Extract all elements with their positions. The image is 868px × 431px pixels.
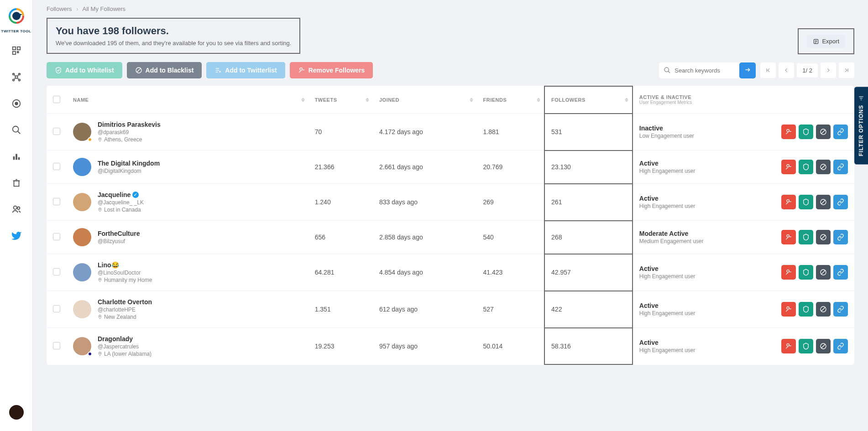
- cell-status: Moderate Active: [639, 230, 769, 237]
- row-remove-button[interactable]: [781, 160, 796, 174]
- cell-engagement: High Engagement user: [639, 168, 769, 174]
- row-whitelist-button[interactable]: [799, 125, 813, 139]
- user-avatar[interactable]: [73, 123, 91, 141]
- svg-point-9: [12, 79, 14, 81]
- user-name[interactable]: Dragonlady: [98, 335, 152, 343]
- svg-point-6: [15, 76, 18, 78]
- row-link-button[interactable]: [833, 160, 848, 174]
- user-avatar[interactable]: [73, 300, 91, 318]
- nav-dashboard[interactable]: [8, 42, 25, 59]
- nav-people[interactable]: [8, 201, 25, 218]
- cell-joined: 957 days ago: [373, 328, 477, 365]
- nav-trash[interactable]: [8, 175, 25, 191]
- user-name[interactable]: Jacqueline✓: [98, 191, 144, 198]
- row-checkbox[interactable]: [53, 128, 60, 135]
- row-link-button[interactable]: [833, 125, 848, 139]
- row-link-button[interactable]: [833, 302, 848, 317]
- svg-point-63: [99, 279, 100, 280]
- user-avatar[interactable]: [73, 263, 91, 281]
- row-checkbox[interactable]: [53, 198, 60, 205]
- svg-point-45: [99, 139, 100, 140]
- row-remove-button[interactable]: [781, 339, 796, 353]
- row-whitelist-button[interactable]: [799, 302, 813, 317]
- add-whitelist-button[interactable]: Add to Whitelist: [47, 62, 122, 78]
- user-avatar[interactable]: [73, 228, 91, 246]
- row-blacklist-button[interactable]: [816, 339, 831, 353]
- user-avatar[interactable]: [73, 337, 91, 355]
- col-friends[interactable]: FRIENDS: [477, 86, 545, 114]
- pager-prev-button[interactable]: [779, 62, 794, 78]
- pager-first-button[interactable]: [760, 62, 776, 78]
- row-blacklist-button[interactable]: [816, 230, 831, 244]
- row-checkbox[interactable]: [53, 305, 60, 312]
- cell-tweets: 656: [309, 221, 373, 254]
- row-remove-button[interactable]: [781, 125, 796, 139]
- row-checkbox[interactable]: [53, 163, 60, 170]
- user-location: LA (lower Alabama): [98, 351, 152, 357]
- row-link-button[interactable]: [833, 195, 848, 209]
- row-remove-button[interactable]: [781, 230, 796, 244]
- svg-rect-21: [18, 157, 20, 160]
- user-name[interactable]: Dimitrios Paraskevis: [98, 121, 161, 128]
- user-avatar[interactable]: [73, 193, 91, 211]
- row-link-button[interactable]: [833, 230, 848, 244]
- remove-followers-button[interactable]: Remove Followers: [290, 62, 373, 78]
- svg-point-59: [787, 235, 789, 237]
- export-button[interactable]: Export: [807, 35, 845, 48]
- nav-target[interactable]: [8, 95, 25, 112]
- user-name[interactable]: Charlotte Overton: [98, 298, 152, 306]
- search-submit-button[interactable]: [739, 62, 756, 78]
- people-icon: [11, 204, 21, 214]
- svg-point-38: [300, 68, 302, 70]
- search-icon: [11, 125, 21, 135]
- add-twitterlist-button[interactable]: Add to Twitterlist: [206, 62, 285, 78]
- svg-point-0: [12, 12, 21, 20]
- col-joined[interactable]: JOINED: [373, 86, 477, 114]
- ban-icon: [820, 234, 827, 241]
- select-all-checkbox[interactable]: [53, 96, 60, 103]
- main-content: Followers › All My Followers You have 19…: [33, 0, 868, 365]
- row-whitelist-button[interactable]: [799, 195, 813, 209]
- svg-line-41: [668, 71, 670, 73]
- row-link-button[interactable]: [833, 265, 848, 280]
- nav-analytics[interactable]: [8, 148, 25, 165]
- user-avatar[interactable]: [73, 158, 91, 176]
- filter-options-tab[interactable]: FILTER OPTIONS: [854, 87, 868, 164]
- svg-line-72: [821, 307, 825, 311]
- row-whitelist-button[interactable]: [799, 230, 813, 244]
- user-name[interactable]: Lino😂: [98, 261, 152, 269]
- row-link-button[interactable]: [833, 339, 848, 353]
- pager-last-button[interactable]: [839, 62, 854, 78]
- row-remove-button[interactable]: [781, 195, 796, 209]
- shield-icon: [802, 198, 810, 206]
- row-whitelist-button[interactable]: [799, 160, 813, 174]
- row-checkbox[interactable]: [53, 342, 60, 349]
- row-whitelist-button[interactable]: [799, 339, 813, 353]
- col-followers[interactable]: FOLLOWERS: [544, 86, 633, 114]
- row-blacklist-button[interactable]: [816, 265, 831, 280]
- user-name[interactable]: FortheCulture: [98, 230, 140, 237]
- pager-next-button[interactable]: [821, 62, 836, 78]
- breadcrumb-root[interactable]: Followers: [47, 5, 72, 12]
- row-whitelist-button[interactable]: [799, 265, 813, 280]
- col-tweets[interactable]: TWEETS: [309, 86, 373, 114]
- row-blacklist-button[interactable]: [816, 125, 831, 139]
- row-checkbox[interactable]: [53, 233, 60, 240]
- breadcrumb-separator: ›: [76, 5, 78, 12]
- add-blacklist-button[interactable]: Add to Blacklist: [127, 62, 202, 78]
- ban-icon: [820, 163, 827, 171]
- nav-network[interactable]: [8, 69, 25, 85]
- row-blacklist-button[interactable]: [816, 302, 831, 317]
- col-name[interactable]: NAME: [67, 86, 309, 114]
- nav-twitter[interactable]: [8, 228, 25, 244]
- row-remove-button[interactable]: [781, 265, 796, 280]
- svg-rect-2: [12, 47, 15, 50]
- ban-icon: [820, 306, 827, 313]
- row-checkbox[interactable]: [53, 268, 60, 275]
- user-name[interactable]: The Digital Kingdom: [98, 160, 160, 167]
- row-blacklist-button[interactable]: [816, 195, 831, 209]
- row-remove-button[interactable]: [781, 302, 796, 317]
- nav-search[interactable]: [8, 122, 25, 138]
- row-blacklist-button[interactable]: [816, 160, 831, 174]
- search-input[interactable]: [671, 62, 739, 78]
